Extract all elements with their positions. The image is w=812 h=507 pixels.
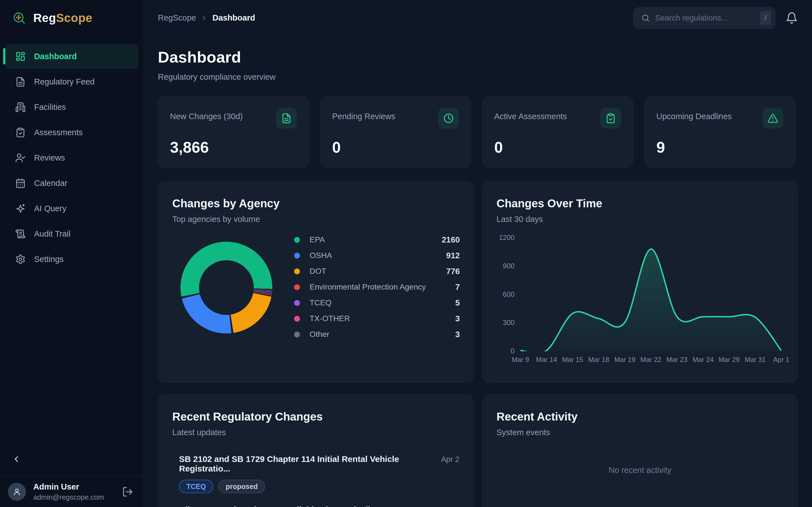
- change-date: Apr 2: [433, 455, 459, 464]
- panel-subtitle: System events: [497, 428, 550, 437]
- sidebar-item-label: Facilities: [34, 103, 66, 112]
- panel-title: Recent Activity: [497, 410, 578, 423]
- stat-card-pending-reviews: Pending Reviews 0: [320, 96, 471, 168]
- legend-row: DOT776: [294, 263, 460, 279]
- panel-title: Recent Regulatory Changes: [172, 410, 322, 423]
- breadcrumb-current: Dashboard: [212, 13, 255, 22]
- panel-subtitle: Top agencies by volume: [172, 215, 260, 224]
- y-axis-tick-label: 0: [491, 347, 515, 355]
- notifications-button[interactable]: [785, 12, 798, 24]
- list-item[interactable]: All Texas Register issues available elec…: [179, 501, 459, 507]
- app-logo[interactable]: RegScope: [0, 0, 144, 36]
- agency-badge: TCEQ: [179, 480, 213, 493]
- sidebar-item-label: Assessments: [34, 128, 83, 137]
- sidebar-item-ai-query[interactable]: AI Query: [5, 196, 139, 221]
- x-axis-tick-label: Apr 1: [763, 356, 800, 363]
- logout-icon: [122, 486, 133, 497]
- breadcrumb: RegScope Dashboard: [158, 13, 255, 22]
- sidebar-item-calendar[interactable]: Calendar: [5, 171, 139, 195]
- y-axis-tick-label: 300: [491, 319, 515, 327]
- donut-hole: [199, 260, 254, 315]
- dashboard-grid-icon: [15, 51, 26, 62]
- change-title: All Texas Register issues available elec…: [179, 505, 375, 507]
- legend-row: TCEQ5: [294, 295, 460, 311]
- list-item[interactable]: SB 2102 and SB 1729 Chapter 114 Initial …: [179, 450, 459, 501]
- search-box[interactable]: /: [633, 7, 775, 29]
- sidebar-item-label: Reviews: [34, 153, 65, 163]
- page-title: Dashboard: [158, 48, 275, 66]
- stat-label: New Changes (30d): [170, 112, 243, 121]
- legend-dot: [294, 252, 300, 259]
- gear-icon: [15, 254, 26, 265]
- sidebar-item-label: Calendar: [34, 179, 67, 188]
- logout-button[interactable]: [122, 486, 133, 497]
- sidebar-item-settings[interactable]: Settings: [5, 247, 139, 272]
- changes-over-time-panel: Changes Over Time Last 30 days 030060090…: [482, 181, 798, 383]
- legend-dot: [294, 269, 300, 274]
- stat-value: 3,866: [170, 138, 297, 156]
- empty-state-message: No recent activity: [483, 466, 798, 475]
- legend-row: EPA2160: [294, 232, 460, 247]
- sidebar-item-facilities[interactable]: Facilities: [5, 95, 139, 119]
- user-icon: [12, 487, 22, 497]
- magnifier-logo-icon: [12, 11, 27, 25]
- sidebar-item-label: AI Query: [34, 204, 66, 213]
- legend-dot: [294, 332, 300, 337]
- y-axis-tick-label: 1200: [491, 233, 515, 242]
- user-card[interactable]: Admin User admin@regscope.com: [0, 476, 144, 507]
- panel-title: Changes by Agency: [172, 197, 280, 210]
- breadcrumb-root[interactable]: RegScope: [158, 13, 196, 22]
- sidebar-collapse-button[interactable]: [8, 451, 24, 467]
- clipboard-check-icon: [600, 108, 621, 129]
- sidebar-item-assessments[interactable]: Assessments: [5, 120, 139, 145]
- topbar: RegScope Dashboard /: [144, 0, 812, 36]
- legend-dot: [294, 237, 300, 243]
- sidebar: RegScope Dashboard Regulatory Feed Facil…: [0, 0, 144, 507]
- panel-title: Changes Over Time: [497, 197, 602, 210]
- clock-icon: [438, 108, 459, 129]
- bell-icon: [785, 12, 798, 24]
- building-icon: [15, 102, 26, 112]
- sidebar-item-audit-trail[interactable]: Audit Trail: [5, 221, 139, 246]
- search-shortcut-key: /: [760, 11, 771, 25]
- y-axis-tick-label: 600: [491, 290, 515, 298]
- status-badge: proposed: [218, 480, 265, 493]
- recent-changes-list: SB 2102 and SB 1729 Chapter 114 Initial …: [179, 450, 459, 507]
- legend-dot: [294, 284, 300, 290]
- user-email: admin@regscope.com: [33, 493, 104, 501]
- sidebar-item-label: Dashboard: [34, 52, 77, 61]
- legend-row: Other3: [294, 327, 460, 342]
- clipboard-icon: [15, 127, 26, 138]
- sidebar-item-reviews[interactable]: Reviews: [5, 145, 139, 170]
- sidebar-item-regulatory-feed[interactable]: Regulatory Feed: [5, 69, 139, 94]
- chevron-right-icon: [200, 14, 208, 22]
- change-date: Apr 2: [433, 506, 459, 507]
- recent-activity-panel: Recent Activity System events No recent …: [482, 394, 798, 507]
- stat-label: Upcoming Deadlines: [656, 112, 732, 121]
- alert-triangle-icon: [762, 108, 783, 129]
- line-chart: [520, 238, 781, 351]
- stat-value: 9: [656, 138, 783, 156]
- stat-label: Active Assessments: [494, 112, 567, 121]
- agency-legend: EPA2160 OSHA912 DOT776 Environmental Pro…: [294, 232, 460, 342]
- file-text-icon: [276, 108, 297, 129]
- user-name: Admin User: [33, 482, 104, 492]
- search-input[interactable]: [655, 13, 755, 22]
- page-subtitle: Regulatory compliance overview: [158, 72, 275, 82]
- panel-subtitle: Latest updates: [172, 428, 226, 437]
- stat-card-new-changes: New Changes (30d) 3,866: [158, 96, 309, 168]
- stat-value: 0: [332, 138, 459, 156]
- changes-by-agency-panel: Changes by Agency Top agencies by volume…: [158, 181, 474, 383]
- sidebar-item-dashboard[interactable]: Dashboard: [5, 44, 139, 69]
- sidebar-nav: Dashboard Regulatory Feed Facilities Ass…: [0, 36, 144, 272]
- legend-dot: [294, 300, 300, 306]
- change-title: SB 2102 and SB 1729 Chapter 114 Initial …: [179, 454, 433, 473]
- scroll-icon: [15, 229, 26, 239]
- sidebar-item-label: Audit Trail: [34, 229, 70, 238]
- user-check-icon: [15, 153, 26, 163]
- legend-row: Environmental Protection Agency7: [294, 279, 460, 295]
- legend-row: OSHA912: [294, 247, 460, 263]
- panel-subtitle: Last 30 days: [497, 215, 543, 224]
- sidebar-item-label: Settings: [34, 255, 64, 264]
- sidebar-item-label: Regulatory Feed: [34, 77, 94, 87]
